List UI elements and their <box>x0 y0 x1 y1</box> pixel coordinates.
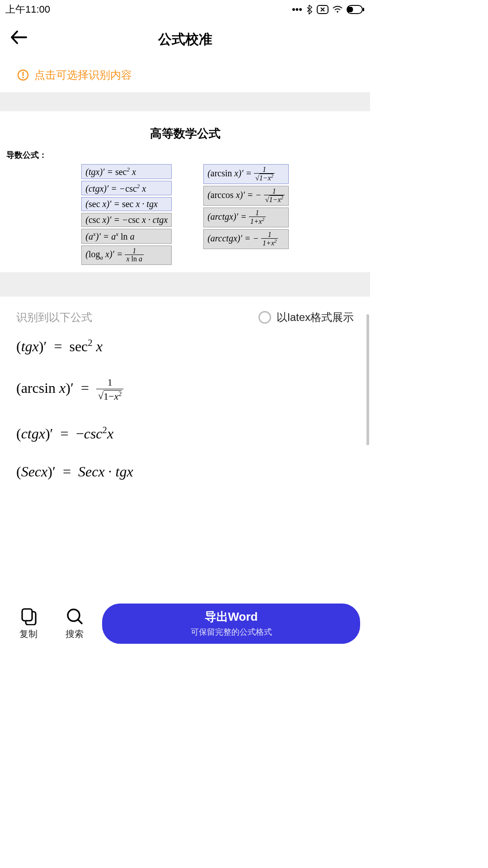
search-icon <box>66 607 84 625</box>
spacer <box>0 92 370 111</box>
latex-toggle-label: 以latex格式展示 <box>277 310 354 325</box>
formula-box[interactable]: (loga x)′ = 1x ln a <box>81 245 172 265</box>
search-button[interactable]: 搜索 <box>56 607 93 640</box>
list-item[interactable]: (tgx)′ = sec2 x <box>16 337 354 355</box>
list-item[interactable]: (Secx)′ = Secx · tgx <box>16 463 354 480</box>
copy-icon <box>19 607 38 625</box>
formula-box[interactable]: (ax)′ = ax ln a <box>81 229 172 244</box>
tip-banner: 点击可选择识别内容 <box>0 60 370 92</box>
formula-box[interactable]: (arcctgx)′ = − 11+x2 <box>203 229 289 249</box>
bluetooth-icon <box>306 5 313 14</box>
image-subtitle: 导数公式： <box>6 150 366 160</box>
arrow-left-icon <box>10 30 27 45</box>
back-button[interactable] <box>10 30 27 49</box>
formula-box[interactable]: (ctgx)′ = −csc2 x <box>81 181 172 196</box>
svg-line-9 <box>78 620 82 623</box>
list-item[interactable]: (arcsin x)′ = 1√1−x2 <box>16 376 354 402</box>
tip-text: 点击可选择识别内容 <box>34 68 132 82</box>
list-item[interactable]: (ctgx)′ = −csc2x <box>16 425 354 442</box>
battery-icon <box>347 5 365 14</box>
result-label: 识别到以下公式 <box>16 310 92 325</box>
formula-box[interactable]: (sec x)′ = sec x · tgx <box>81 197 172 211</box>
image-title: 高等数学公式 <box>4 126 366 142</box>
formula-box[interactable]: (arctgx)′ = 11+x2 <box>203 208 289 227</box>
recognized-formula-list[interactable]: (tgx)′ = sec2 x (arcsin x)′ = 1√1−x2 (ct… <box>0 333 370 481</box>
latex-toggle[interactable]: 以latex格式展示 <box>258 310 354 325</box>
radio-icon <box>258 311 271 324</box>
more-icon: ••• <box>292 4 302 15</box>
x-box-icon <box>317 5 328 14</box>
svg-rect-7 <box>22 609 32 621</box>
wifi-icon <box>332 5 343 14</box>
svg-point-6 <box>22 77 23 78</box>
formula-box[interactable]: (arccos x)′ = − 1√1−x2 <box>203 186 289 206</box>
source-image-panel[interactable]: 高等数学公式 导数公式： (tgx)′ = sec2 x (ctgx)′ = −… <box>0 111 370 272</box>
info-icon <box>17 69 29 81</box>
copy-button[interactable]: 复制 <box>10 607 47 640</box>
status-bar: 上午11:00 ••• <box>0 0 370 19</box>
svg-rect-3 <box>363 8 364 11</box>
export-subtitle: 可保留完整的公式格式 <box>191 627 272 637</box>
status-time: 上午11:00 <box>5 3 50 16</box>
status-icons: ••• <box>292 4 365 15</box>
page-title: 公式校准 <box>158 30 212 49</box>
formula-box[interactable]: (arcsin x)′ = 1√1−x2 <box>203 164 289 184</box>
copy-label: 复制 <box>19 628 38 640</box>
search-label: 搜索 <box>66 628 84 640</box>
export-title: 导出Word <box>205 609 258 625</box>
result-header: 识别到以下公式 以latex格式展示 <box>0 297 370 333</box>
formula-box[interactable]: (tgx)′ = sec2 x <box>81 164 172 179</box>
formula-box[interactable]: (csc x)′ = −csc x · ctgx <box>81 213 172 227</box>
bottom-toolbar: 复制 搜索 导出Word 可保留完整的公式格式 <box>0 604 370 644</box>
scrollbar[interactable] <box>366 314 369 445</box>
spacer <box>0 272 370 297</box>
svg-point-1 <box>337 11 338 13</box>
export-word-button[interactable]: 导出Word 可保留完整的公式格式 <box>102 604 360 644</box>
app-header: 公式校准 <box>0 19 370 60</box>
